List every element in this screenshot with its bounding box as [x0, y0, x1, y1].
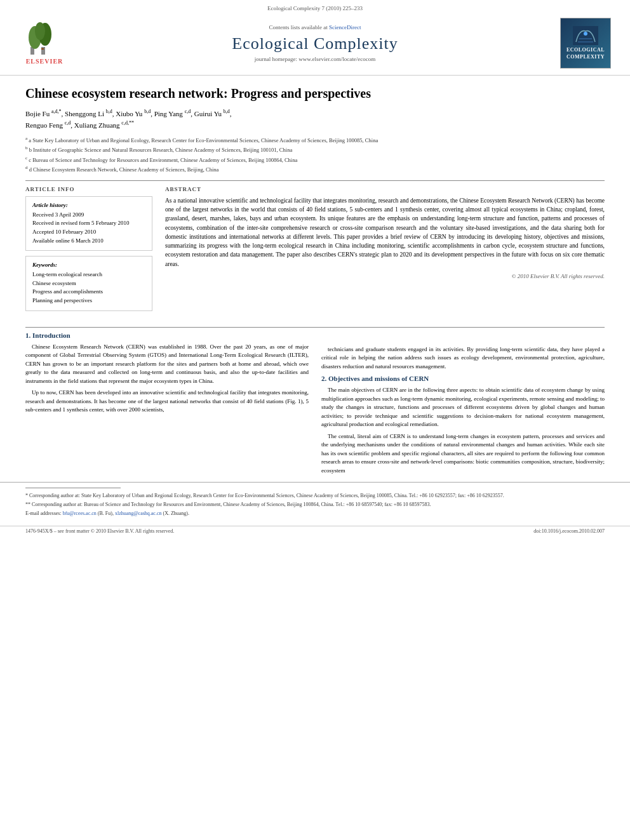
header-center: Contents lists available at ScienceDirec…: [70, 24, 560, 62]
keyword-3: Progress and accomplishments: [32, 288, 145, 296]
journal-header: Ecological Complexity 7 (2010) 225–233 E…: [0, 0, 630, 76]
elsevier-brand: ELSEVIER: [26, 58, 64, 65]
contents-text: Contents lists available at: [269, 24, 328, 30]
article-info-label: ARTICLE INFO: [25, 186, 152, 192]
keyword-4: Planning and perspectives: [32, 297, 145, 305]
affil-c: c c Bureau of Science and Technology for…: [25, 155, 605, 164]
svg-rect-5: [41, 48, 44, 50]
sciencedirect-link[interactable]: ScienceDirect: [329, 24, 361, 30]
ec-logo-icon: [573, 26, 598, 45]
svg-point-4: [35, 22, 45, 40]
footnote-email: E-mail addresses: bfu@rcees.ac.cn (B. Fu…: [25, 510, 605, 517]
article-title: Chinese ecosystem research network: Prog…: [25, 85, 605, 102]
online-date: Available online 6 March 2010: [32, 237, 145, 245]
body-right-col: technicians and graduate students engage…: [321, 328, 605, 479]
copyright-line: © 2010 Elsevier B.V. All rights reserved…: [165, 272, 605, 281]
article-content: Chinese ecosystem research network: Prog…: [0, 76, 630, 327]
keywords-block: Keywords: Long-term ecological research …: [25, 256, 152, 310]
article-info-col: ARTICLE INFO Article history: Received 3…: [25, 186, 152, 311]
article-info-abstract: ARTICLE INFO Article history: Received 3…: [25, 186, 605, 311]
keyword-1: Long-term ecological research: [32, 270, 145, 279]
accepted-date: Accepted 10 February 2010: [32, 228, 145, 236]
contents-line: Contents lists available at ScienceDirec…: [76, 24, 554, 30]
body-content: 1. Introduction Chinese Ecosystem Resear…: [0, 328, 630, 479]
article-divider: [25, 180, 605, 181]
affiliations: a a State Key Laboratory of Urban and Re…: [25, 135, 605, 174]
footnote-2: ** Corresponding author at: Bureau of Sc…: [25, 501, 605, 508]
section1-heading: 1. Introduction: [25, 331, 309, 339]
keywords-title: Keywords:: [32, 262, 145, 268]
doi-text: doi:10.1016/j.ecocom.2010.02.007: [533, 528, 605, 534]
header-inner: ELSEVIER Contents lists available at Sci…: [13, 14, 617, 72]
article-history-block: Article history: Received 3 April 2009 R…: [25, 196, 152, 251]
section2-para1: The main objectives of CERN are in the f…: [321, 386, 605, 429]
body-left-col: 1. Introduction Chinese Ecosystem Resear…: [25, 328, 309, 479]
footnote-section: * Corresponding author at: State Key Lab…: [0, 482, 630, 523]
section2-heading: 2. Objectives and missions of CERN: [321, 375, 605, 382]
section1-text: Chinese Ecosystem Research Network (CERN…: [25, 343, 309, 415]
email-link-zhuang[interactable]: xlzhuang@cashq.ac.cn: [115, 510, 162, 516]
svg-point-7: [584, 32, 587, 36]
section1-para1: Chinese Ecosystem Research Network (CERN…: [25, 343, 309, 386]
page: Ecological Complexity 7 (2010) 225–233 E…: [0, 0, 630, 840]
affil-a: a a State Key Laboratory of Urban and Re…: [25, 135, 605, 145]
ec-logo-box: ECOLOGICALCOMPLEXITY: [560, 18, 611, 69]
section1-para2: Up to now, CERN has been developed into …: [25, 389, 309, 415]
abstract-label: ABSTRACT: [165, 186, 605, 192]
section2-text: The main objectives of CERN are in the f…: [321, 386, 605, 475]
section2-para2: The central, literal aim of CERN is to u…: [321, 432, 605, 476]
section1-right-text: technicians and graduate students engage…: [321, 345, 605, 371]
elsevier-logo: ELSEVIER: [19, 22, 70, 65]
abstract-paragraph: As a national innovative scientific and …: [165, 196, 605, 269]
svg-rect-1: [41, 47, 45, 55]
elsevier-tree-icon: [27, 22, 62, 57]
abstract-text: As a national innovative scientific and …: [165, 196, 605, 281]
footnote-1: * Corresponding author at: State Key Lab…: [25, 492, 605, 499]
journal-number: Ecological Complexity 7 (2010) 225–233: [13, 5, 617, 11]
email-link-fu[interactable]: bfu@rcees.ac.cn: [63, 510, 97, 516]
history-title: Article history:: [32, 202, 145, 208]
revised-date: Received in revised form 5 February 2010: [32, 219, 145, 227]
authors-line: Bojie Fu a,d,*, Shenggong Li b,d, Xiubo …: [25, 108, 605, 131]
affil-d: d d Chinese Ecosystem Research Network, …: [25, 164, 605, 174]
footnote-divider: [25, 488, 121, 488]
journal-homepage: journal homepage: www.elsevier.com/locat…: [76, 56, 554, 62]
keyword-2: Chinese ecosystem: [32, 279, 145, 288]
footer: 1476-945X/$ – see front matter © 2010 El…: [0, 526, 630, 536]
received-date: Received 3 April 2009: [32, 211, 145, 219]
issn-text: 1476-945X/$ – see front matter © 2010 El…: [25, 528, 174, 534]
journal-title: Ecological Complexity: [76, 34, 554, 53]
affil-b: b b Institute of Geographic Science and …: [25, 145, 605, 154]
section1-right-para: technicians and graduate students engage…: [321, 345, 605, 371]
abstract-col: ABSTRACT As a national innovative scient…: [165, 186, 605, 311]
ec-logo-text: ECOLOGICALCOMPLEXITY: [566, 47, 605, 60]
